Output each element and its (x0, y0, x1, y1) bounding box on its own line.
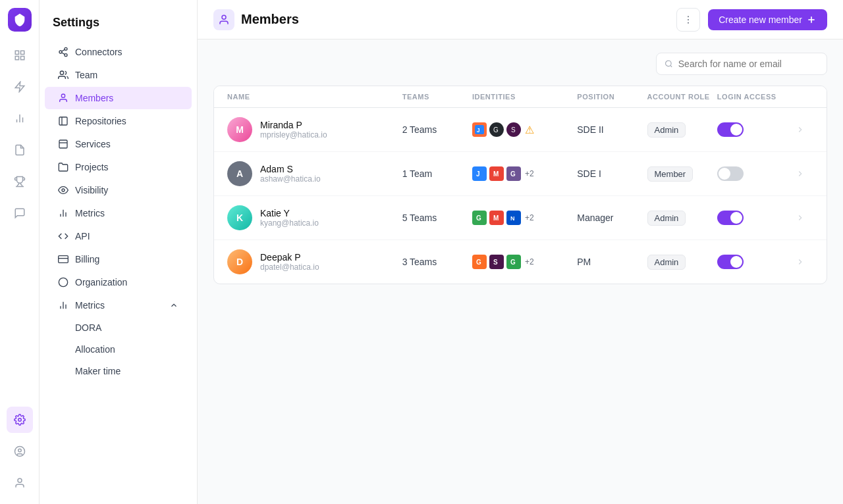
create-member-button[interactable]: Create new member (708, 9, 827, 30)
login-access-katie (717, 211, 787, 225)
kebab-icon (683, 14, 693, 25)
toggle-katie[interactable] (717, 211, 744, 225)
sidebar-title: Settings (40, 11, 197, 40)
nav-chart-icon[interactable] (7, 105, 33, 132)
svg-text:S: S (511, 126, 516, 134)
toggle-deepak[interactable] (717, 255, 744, 269)
sidebar-metrics-header[interactable]: Metrics (45, 294, 192, 316)
teams-adam: 1 Team (402, 168, 472, 179)
table-row[interactable]: D Deepak P dpatel@hatica.io 3 Teams G S (214, 240, 827, 284)
warning-icon-miranda: ⚠ (525, 124, 534, 136)
gh-icon-adam: G (506, 166, 521, 181)
teams-miranda: 2 Teams (402, 124, 472, 135)
svg-point-10 (18, 449, 21, 452)
identity-icon-jira: J (472, 166, 487, 181)
members-icon (58, 93, 68, 103)
svg-point-11 (18, 478, 22, 482)
nav-grid-icon[interactable] (7, 42, 33, 68)
nav-lightning-icon[interactable] (7, 74, 33, 100)
nav-user-icon[interactable] (7, 470, 33, 496)
avatar-adam: A (227, 161, 252, 186)
svg-point-35 (688, 22, 689, 23)
icon-k2: M (489, 211, 504, 225)
organization-icon (58, 277, 68, 288)
kebab-button[interactable] (676, 8, 700, 32)
nav-trophy-icon[interactable] (7, 168, 33, 195)
sidebar-item-api[interactable]: API (45, 225, 192, 247)
icon-d2: S (489, 255, 504, 269)
icon-bar (0, 0, 40, 504)
nav-message-icon[interactable] (7, 200, 33, 226)
sidebar-sub-item-dora-label: DORA (75, 322, 101, 333)
table-row[interactable]: K Katie Y kyang@hatica.io 5 Teams G M (214, 196, 827, 240)
metrics-nav-icon (58, 208, 68, 218)
nav-settings-icon[interactable] (7, 407, 33, 433)
identities-miranda: J G S ⚠ (472, 122, 577, 137)
member-name-katie: Katie Y (260, 208, 319, 218)
member-cell-deepak: D Deepak P dpatel@hatica.io (227, 249, 402, 274)
sidebar-sub-item-allocation[interactable]: Allocation (45, 339, 192, 360)
sidebar-item-organization[interactable]: Organization (45, 271, 192, 293)
github-icon: G (489, 122, 504, 137)
sidebar-item-team[interactable]: Team (45, 64, 192, 86)
identity-icon-d1: G (472, 255, 487, 269)
member-name-miranda: Miranda P (260, 120, 327, 130)
nav-account-icon[interactable] (7, 438, 33, 465)
search-icon (665, 59, 673, 68)
identity-icon-k3: N (506, 211, 521, 225)
svg-point-28 (59, 278, 67, 286)
top-bar-left: Members (213, 9, 299, 30)
svg-text:N: N (510, 215, 515, 222)
sidebar-item-visibility[interactable]: Visibility (45, 179, 192, 201)
position-miranda: SDE II (577, 124, 647, 135)
teams-katie: 5 Teams (402, 213, 472, 223)
icon-k1: G (472, 211, 487, 225)
role-deepak: Admin (647, 255, 717, 270)
col-arrow (787, 93, 813, 101)
main-content: Members Create new member NAME TE (198, 0, 843, 504)
sidebar-sub-item-maker-time[interactable]: Maker time (45, 361, 192, 382)
chevron-up-icon (169, 301, 178, 310)
toggle-miranda[interactable] (717, 122, 744, 137)
sidebar-item-metrics-nav[interactable]: Metrics (45, 202, 192, 224)
sidebar-item-members[interactable]: Members (45, 87, 192, 109)
search-input[interactable] (678, 59, 819, 69)
svg-text:G: G (493, 126, 499, 134)
member-email-adam: ashaw@hatica.io (260, 174, 321, 184)
app-logo[interactable] (8, 8, 32, 32)
svg-text:M: M (493, 214, 499, 222)
table-row[interactable]: A Adam S ashaw@hatica.io 1 Team J M G (214, 152, 827, 196)
svg-rect-3 (20, 57, 24, 60)
sidebar-item-team-label: Team (75, 70, 97, 80)
sidebar-item-services[interactable]: Services (45, 133, 192, 155)
svg-line-39 (670, 65, 672, 66)
page-title: Members (241, 12, 299, 27)
jira-icon-adam: J (472, 166, 487, 181)
chevron-adam (787, 169, 813, 178)
identity-icon-1: J (472, 122, 487, 137)
teams-deepak: 3 Teams (402, 257, 472, 267)
toggle-adam[interactable] (717, 166, 744, 181)
sidebar-item-connectors[interactable]: Connectors (45, 41, 192, 63)
identities-katie: G M N +2 (472, 211, 577, 225)
chevron-right-icon (796, 169, 805, 178)
nav-document-icon[interactable] (7, 137, 33, 163)
members-table: NAME TEAMS IDENTITIES POSITION ACCOUNT R… (213, 86, 827, 284)
login-access-adam (717, 166, 787, 181)
sidebar-item-projects-label: Projects (75, 162, 109, 172)
identity-icon-2: G (489, 122, 504, 137)
svg-text:G: G (510, 259, 516, 266)
identity-more-deepak: +2 (525, 257, 534, 266)
col-account-role: ACCOUNT ROLE (647, 93, 717, 101)
svg-rect-0 (15, 51, 18, 54)
sidebar-item-projects[interactable]: Projects (45, 156, 192, 178)
table-row[interactable]: M Miranda P mprisley@hatica.io 2 Teams J… (214, 108, 827, 152)
member-name-deepak: Deepak P (260, 252, 319, 263)
members-page-icon (213, 9, 234, 30)
svg-text:M: M (493, 170, 499, 178)
search-input-wrapper[interactable] (656, 53, 827, 75)
sidebar-item-repositories[interactable]: Repositories (45, 110, 192, 132)
sidebar-item-billing[interactable]: Billing (45, 248, 192, 270)
sidebar-sub-item-dora[interactable]: DORA (45, 317, 192, 338)
svg-marker-4 (15, 82, 24, 92)
